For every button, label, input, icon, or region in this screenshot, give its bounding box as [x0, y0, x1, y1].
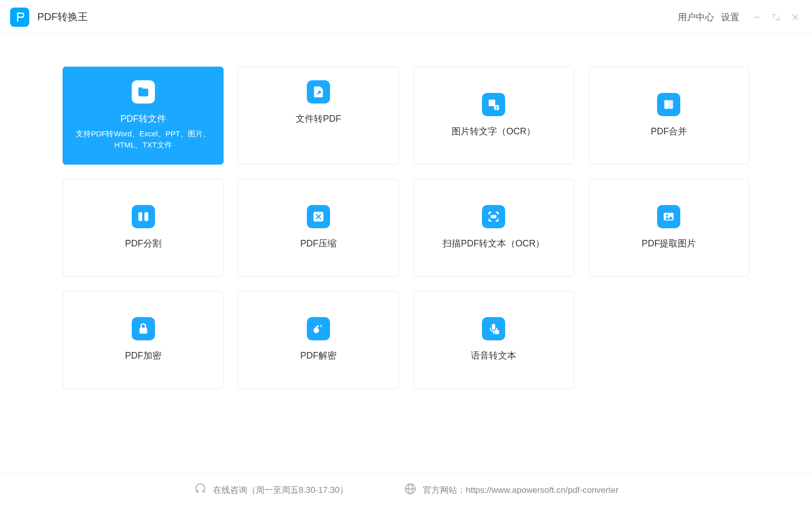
- feature-card-pdf[interactable]: 文件转PDF支持Word、Excel、PPT、CAD、图片文件转PDF: [238, 67, 399, 165]
- feature-card-lock[interactable]: PDF加密: [63, 291, 224, 389]
- online-consult-link[interactable]: 在线咨询（周一至周五8.30-17.30）: [194, 482, 348, 498]
- folder-icon: [132, 80, 155, 104]
- app-title: PDF转换王: [37, 10, 88, 24]
- card-title: PDF压缩: [300, 236, 337, 251]
- card-title: PDF分割: [125, 236, 161, 251]
- website-url: https://www.apowersoft.cn/pdf-converter: [466, 485, 618, 495]
- card-title: PDF提取图片: [641, 236, 696, 251]
- split-icon: [132, 205, 155, 228]
- maximize-button[interactable]: [768, 9, 785, 26]
- website-label: 官方网站：: [423, 485, 466, 495]
- user-center-link[interactable]: 用户中心: [678, 11, 714, 23]
- headset-icon: [194, 482, 207, 498]
- card-title: PDF转文件: [121, 112, 166, 126]
- globe-icon: [404, 482, 417, 498]
- card-title: 语音转文本: [471, 348, 516, 363]
- footer: 在线咨询（周一至周五8.30-17.30） 官方网站：https://www.a…: [0, 474, 812, 506]
- consult-label: 在线咨询（周一至周五8.30-17.30）: [213, 484, 348, 496]
- main-content: PDF转文件支持PDF转Word、Excel、PPT、图片、HTML、TXT文件…: [0, 34, 812, 474]
- extract-image-icon: [657, 205, 680, 228]
- merge-icon: [657, 93, 680, 116]
- scan-icon: [482, 205, 505, 228]
- feature-card-split[interactable]: PDF分割: [63, 179, 224, 277]
- key-icon: [307, 317, 330, 340]
- card-title: PDF合并: [651, 124, 687, 139]
- feature-card-folder[interactable]: PDF转文件支持PDF转Word、Excel、PPT、图片、HTML、TXT文件: [63, 67, 224, 165]
- compress-icon: [307, 205, 330, 228]
- settings-link[interactable]: 设置: [721, 11, 739, 23]
- image-text-icon: [482, 93, 505, 116]
- feature-card-image-text[interactable]: 图片转文字（OCR）: [413, 67, 574, 165]
- titlebar: PDF转换王 用户中心 设置: [0, 0, 812, 34]
- card-title: PDF解密: [300, 348, 337, 363]
- card-title: 文件转PDF: [296, 112, 341, 126]
- minimize-button[interactable]: [748, 9, 766, 26]
- feature-card-key[interactable]: PDF解密: [238, 291, 399, 389]
- card-desc: 支持PDF转Word、Excel、PPT、图片、HTML、TXT文件: [73, 128, 213, 151]
- feature-card-compress[interactable]: PDF压缩: [238, 179, 399, 277]
- pdf-icon: [307, 80, 330, 104]
- lock-icon: [132, 317, 155, 340]
- feature-card-extract-image[interactable]: PDF提取图片: [588, 179, 749, 277]
- app-logo-icon: [10, 8, 29, 27]
- feature-card-scan[interactable]: 扫描PDF转文本（OCR）: [413, 179, 574, 277]
- official-website-link[interactable]: 官方网站：https://www.apowersoft.cn/pdf-conve…: [404, 482, 618, 498]
- card-desc: 支持Word、Excel、PPT、CAD、图片文件转PDF: [248, 128, 388, 151]
- feature-card-mic[interactable]: 语音转文本: [413, 291, 574, 389]
- feature-card-merge[interactable]: PDF合并: [588, 67, 749, 165]
- close-button[interactable]: [787, 9, 804, 26]
- mic-icon: [482, 317, 505, 340]
- card-title: PDF加密: [125, 348, 161, 363]
- card-title: 扫描PDF转文本（OCR）: [443, 236, 545, 251]
- card-title: 图片转文字（OCR）: [452, 124, 535, 139]
